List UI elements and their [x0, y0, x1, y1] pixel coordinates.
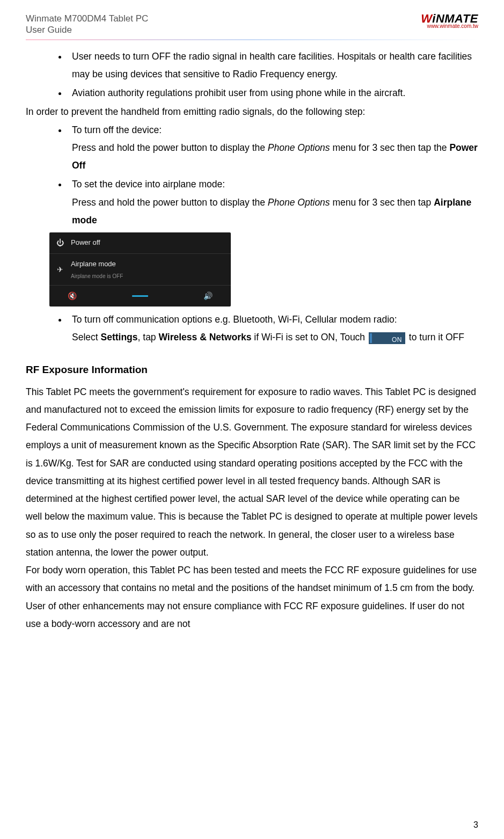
- wifi-on-toggle: ON: [369, 332, 405, 344]
- bullet-list-steps: To turn off the device: Press and hold t…: [26, 121, 478, 230]
- step-text-a: Press and hold the power button to displ…: [72, 142, 268, 153]
- header-title-line2: User Guide: [26, 24, 148, 35]
- settings-bold: Settings: [101, 332, 138, 342]
- intro-line: In order to prevent the handheld from em…: [26, 103, 478, 121]
- power-icon: ⏻: [56, 238, 64, 247]
- list-item-comm-off: To turn off communication options e.g. B…: [68, 311, 478, 347]
- content-area: User needs to turn OFF the radio signal …: [26, 48, 478, 633]
- airplane-icon: ✈: [56, 265, 64, 274]
- logo-url: www.winmate.com.tw: [421, 24, 478, 29]
- rf-para-1: This Tablet PC meets the government's re…: [26, 383, 478, 562]
- bullet-list-top: User needs to turn OFF the radio signal …: [26, 48, 478, 103]
- text-b: , tap: [138, 332, 159, 342]
- wireless-bold: Wireless & Networks: [158, 332, 251, 342]
- airplane-sublabel: Airplane mode is OFF: [71, 271, 123, 281]
- silent-icon: 🔇: [68, 289, 77, 303]
- screenshot-row-poweroff: ⏻ Power off: [49, 232, 231, 254]
- airplane-label: Airplane mode: [71, 260, 116, 268]
- step-title: To turn off the device:: [72, 125, 162, 135]
- list-item: User needs to turn OFF the radio signal …: [68, 48, 478, 84]
- list-item-airplane: To set the device into airplane mode: Pr…: [68, 176, 478, 229]
- header-divider: [26, 39, 478, 40]
- text-a: Select: [72, 332, 101, 342]
- toggle-label: ON: [392, 334, 402, 346]
- step-text-a: Press and hold the power button to displ…: [72, 197, 268, 208]
- page-number: 3: [473, 820, 478, 830]
- step-title: To set the device into airplane mode:: [72, 179, 225, 189]
- header-title-block: Winmate M700DM4 Tablet PC User Guide: [26, 13, 148, 36]
- phone-options-italic: Phone Options: [268, 197, 330, 208]
- bullet-list-comm: To turn off communication options e.g. B…: [26, 311, 478, 347]
- header-title-line1: Winmate M700DM4 Tablet PC: [26, 13, 148, 24]
- page-root: Winmate M700DM4 Tablet PC User Guide WiN…: [0, 0, 504, 839]
- rf-para-2: For body worn operation, this Tablet PC …: [26, 561, 478, 633]
- speaker-icon: 🔊: [203, 289, 213, 303]
- phone-options-italic: Phone Options: [268, 142, 330, 153]
- phone-options-screenshot: ⏻ Power off ✈ Airplane mode Airplane mod…: [49, 232, 231, 307]
- poweroff-label: Power off: [71, 236, 100, 250]
- text-d: to turn it OFF: [406, 332, 464, 342]
- rf-heading: RF Exposure Information: [26, 360, 478, 380]
- text-c: if Wi-Fi is set to ON, Touch: [251, 332, 368, 342]
- logo-block: WiNMATE www.winmate.com.tw: [421, 13, 478, 29]
- step-title: To turn off communication options e.g. B…: [72, 314, 397, 325]
- volume-indicator: [132, 295, 148, 297]
- page-header: Winmate M700DM4 Tablet PC User Guide WiN…: [26, 13, 478, 38]
- list-item: Aviation authority regulations prohibit …: [68, 84, 478, 102]
- screenshot-row-airplane: ✈ Airplane mode Airplane mode is OFF: [49, 254, 231, 286]
- step-text-b: menu for 3 sec then tap: [330, 197, 434, 208]
- screenshot-bottom-bar: 🔇 🔊: [49, 286, 231, 304]
- step-text-b: menu for 3 sec then tap the: [330, 142, 450, 153]
- list-item-turn-off: To turn off the device: Press and hold t…: [68, 121, 478, 175]
- airplane-label-block: Airplane mode Airplane mode is OFF: [71, 258, 123, 282]
